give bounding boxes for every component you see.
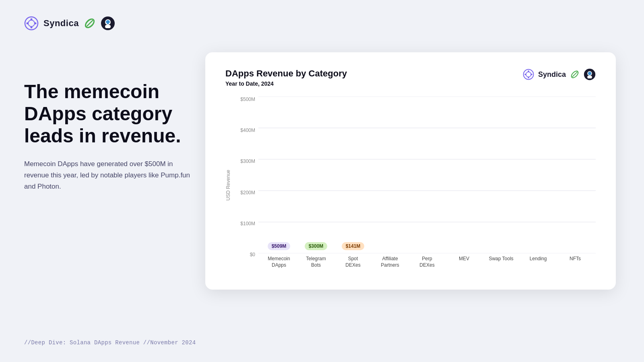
y-tick: $200M [234,190,258,195]
x-axis-label: Affiliate Partners [373,256,407,268]
x-axis-label: Telegram Bots [299,256,333,268]
bar-bubble: $141M [342,242,365,250]
x-axis-label: NFTs [558,256,592,262]
x-axis-label: Swap Tools [484,256,518,262]
svg-point-5 [35,23,37,25]
chart-logo-text: Syndica [538,70,566,79]
svg-point-4 [27,23,29,25]
bar-bubble: $509M [268,242,291,250]
pill-icon [84,17,96,29]
svg-point-17 [528,70,529,72]
x-axis-label: MEV [447,256,481,262]
svg-point-19 [524,74,526,75]
chart-logo: Syndica [523,68,596,80]
svg-point-14 [109,23,110,24]
chart-astronaut-icon [584,68,596,80]
y-tick: $0 [234,252,258,257]
bars-and-grid: $509M$300M$141M Memecoin DAppsTelegram B… [258,97,596,274]
logo-text: Syndica [43,18,79,29]
y-tick: $300M [234,158,258,164]
left-content: The memecoin DApps category leads in rev… [24,80,193,192]
bars-wrapper: $509M$300M$141M [258,97,596,253]
svg-point-16 [526,72,531,77]
chart-pill-icon [570,70,580,79]
chart-area: USD Revenue $0 $100M $200M $300M $400M $… [225,97,596,274]
x-axis-label: Spot DEXes [336,256,370,268]
footer-text: //Deep Dive: Solana DApps Revenue //Nove… [24,339,196,346]
svg-point-18 [528,77,529,78]
chart-syndica-logo-icon [523,69,534,80]
svg-point-3 [31,27,33,29]
y-axis-label: USD Revenue [225,170,231,201]
y-tick: $100M [234,221,258,226]
chart-title: DApps Revenue by Category [225,68,347,79]
svg-rect-26 [587,76,592,78]
svg-rect-12 [105,25,111,28]
svg-point-20 [531,74,533,75]
svg-point-2 [31,19,33,21]
chart-header: DApps Revenue by Category Year to Date, … [225,68,596,87]
chart-title-block: DApps Revenue by Category Year to Date, … [225,68,347,87]
x-labels-wrapper: Memecoin DAppsTelegram BotsSpot DEXesAff… [258,253,596,274]
chart-card: DApps Revenue by Category Year to Date, … [205,52,616,290]
svg-point-13 [105,23,107,24]
x-axis-label: Lending [521,256,555,262]
chart-subtitle: Year to Date, 2024 [225,80,347,87]
svg-point-25 [588,72,591,75]
bar-bubble: $300M [305,242,328,250]
svg-point-1 [28,20,35,27]
sub-text: Memecoin DApps have generated over $500M… [24,158,193,192]
header: Syndica [24,16,115,31]
y-tick: $500M [234,97,258,102]
y-ticks: $0 $100M $200M $300M $400M $500M [234,97,258,274]
main-heading: The memecoin DApps category leads in rev… [24,80,193,147]
x-axis-label: Memecoin DApps [262,256,296,268]
syndica-logo-icon [24,16,39,31]
astronaut-icon [101,16,115,31]
x-axis-label: Perp DEXes [410,256,444,268]
y-tick: $400M [234,128,258,133]
